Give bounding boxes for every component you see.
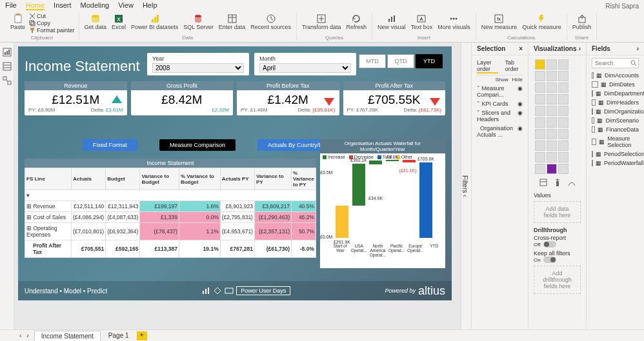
- more-visuals-button[interactable]: More visuals: [436, 13, 472, 31]
- close-icon[interactable]: ×: [519, 45, 523, 52]
- month-slicer[interactable]: Month April: [254, 53, 356, 75]
- viz-type-icon[interactable]: [547, 129, 557, 139]
- measure-comparison-button[interactable]: Measure Comparison: [159, 139, 236, 151]
- data-view-icon[interactable]: [3, 62, 12, 71]
- viz-type-icon[interactable]: [558, 94, 569, 104]
- menu-help[interactable]: Help: [143, 1, 157, 10]
- viz-type-icon[interactable]: [535, 141, 545, 151]
- menu-insert[interactable]: Insert: [54, 1, 72, 10]
- viz-type-icon[interactable]: [547, 164, 557, 174]
- year-slicer[interactable]: Year 2008: [147, 53, 249, 75]
- quick-measure-button[interactable]: Quick measure: [521, 13, 563, 31]
- viz-type-icon[interactable]: [535, 164, 545, 174]
- table-row[interactable]: ⊞ Operating Expenses(£7,010,801)(£6,932,…: [25, 223, 316, 240]
- refresh-button[interactable]: Refresh: [345, 13, 368, 31]
- kpi-revenue[interactable]: Revenue £12.51M PY: £8.90MDelta: £3.61M: [25, 81, 127, 115]
- field-table[interactable]: ▦ FinanceData: [592, 125, 639, 134]
- field-table[interactable]: ▦ PeriodSelection: [592, 150, 639, 159]
- excel-button[interactable]: XExcel: [110, 13, 127, 31]
- enter-data-button[interactable]: Enter data: [217, 13, 247, 31]
- filters-pane-toggle[interactable]: Filters ‹: [461, 43, 471, 329]
- cross-report-toggle[interactable]: [543, 241, 556, 248]
- menu-view[interactable]: View: [118, 1, 134, 10]
- viz-type-icon[interactable]: [547, 106, 557, 116]
- viz-type-icon[interactable]: [535, 59, 545, 70]
- field-table[interactable]: ▦ Measure Selection: [592, 134, 639, 150]
- model-view-icon[interactable]: [3, 76, 12, 85]
- month-select[interactable]: April: [259, 63, 351, 73]
- qtd-button[interactable]: QTD: [387, 54, 414, 68]
- viz-type-icon[interactable]: [547, 94, 557, 104]
- viz-type-icon[interactable]: [558, 59, 569, 70]
- mtd-button[interactable]: MTD: [359, 54, 386, 68]
- get-data-button[interactable]: Get data: [83, 13, 108, 31]
- viz-type-icon[interactable]: [558, 71, 569, 81]
- viz-type-icon[interactable]: [558, 83, 569, 93]
- income-table[interactable]: Income Statement FS LineActualsBudgetVar…: [25, 159, 316, 258]
- menu-modeling[interactable]: Modeling: [81, 1, 110, 10]
- viz-type-icon[interactable]: [558, 106, 569, 116]
- viz-type-icon[interactable]: [535, 117, 545, 128]
- show-button[interactable]: Show: [496, 77, 508, 83]
- viz-type-icon[interactable]: [535, 83, 545, 93]
- viz-type-icon[interactable]: [547, 83, 557, 93]
- viz-type-icon[interactable]: [547, 59, 557, 70]
- fixed-format-button[interactable]: Fixed Format: [83, 139, 137, 151]
- table-row[interactable]: ⊞ Revenue£12,511,140£12,311,943£199,1971…: [25, 201, 316, 212]
- field-table[interactable]: ▦ DimOrganizations: [592, 107, 639, 116]
- selection-item[interactable]: ˅ Measure Compari...◉: [477, 84, 523, 99]
- fields-tab-icon[interactable]: [539, 178, 548, 187]
- eye-icon[interactable]: ◉: [518, 101, 523, 107]
- format-painter-button[interactable]: Format painter: [29, 27, 75, 34]
- viz-type-icon[interactable]: [547, 71, 557, 81]
- selection-item[interactable]: Organisation Actuals ...◉: [477, 124, 523, 139]
- chevron-right-icon[interactable]: ›: [637, 45, 639, 52]
- viz-type-icon[interactable]: [535, 71, 545, 81]
- new-measure-button[interactable]: fxNew measure: [480, 13, 519, 31]
- hide-button[interactable]: Hide: [512, 77, 523, 83]
- report-canvas[interactable]: Income Statement Year 2008 Month April M…: [14, 43, 461, 329]
- table-row[interactable]: ⊞ Cost of Sales(£4,086,294)(£4,087,633)£…: [25, 212, 316, 223]
- selection-item[interactable]: ˅ KPI Cards◉: [477, 99, 523, 108]
- menu-home[interactable]: Home: [26, 1, 45, 10]
- table-row[interactable]: Profit After Tax£705,551£592,165£113,387…: [25, 240, 316, 258]
- chevron-right-icon[interactable]: ›: [579, 45, 581, 52]
- prev-page-icon[interactable]: ‹: [19, 332, 21, 339]
- paste-button[interactable]: Paste: [9, 13, 26, 31]
- publish-button[interactable]: Publish: [571, 13, 593, 31]
- sql-server-button[interactable]: SQL Server: [182, 13, 215, 31]
- copy-button[interactable]: Copy: [29, 20, 75, 26]
- viz-type-icon[interactable]: [535, 129, 545, 139]
- next-page-icon[interactable]: ›: [26, 332, 28, 339]
- values-well[interactable]: Add data fields here: [534, 201, 581, 223]
- tab-income-statement[interactable]: Income Statement: [34, 331, 101, 341]
- viz-type-icon[interactable]: [535, 106, 545, 116]
- viz-type-icon[interactable]: [558, 164, 569, 174]
- text-box-button[interactable]: AText box: [410, 13, 434, 31]
- tab-page-1[interactable]: Page 1: [102, 331, 136, 340]
- kpi-pat[interactable]: Profit After Tax £705.55K PY: £767.28KDe…: [343, 81, 446, 115]
- menu-file[interactable]: File: [5, 1, 17, 10]
- viz-type-icon[interactable]: [558, 141, 569, 151]
- cut-button[interactable]: Cut: [29, 13, 75, 19]
- viz-type-icon[interactable]: [547, 141, 557, 151]
- viz-type-icon[interactable]: [558, 152, 569, 162]
- keep-filters-toggle[interactable]: [543, 257, 556, 263]
- field-table[interactable]: ▦ DimScenario: [592, 116, 639, 125]
- ytd-button[interactable]: YTD: [416, 54, 443, 68]
- tab-order-tab[interactable]: Tab order: [505, 59, 523, 73]
- viz-type-icon[interactable]: [547, 152, 557, 162]
- new-visual-button[interactable]: New visual: [376, 13, 407, 31]
- transform-data-button[interactable]: Transform data: [301, 13, 343, 31]
- year-select[interactable]: 2008: [152, 63, 244, 73]
- kpi-pbt[interactable]: Profit Before Tax £1.42M PY: £1.46MDelta…: [237, 81, 339, 115]
- waterfall-chart[interactable]: Organisation Actuals Waterfall for Month…: [320, 139, 445, 268]
- add-page-button[interactable]: +: [137, 331, 147, 340]
- field-table[interactable]: ▦ DimHeaders: [592, 98, 639, 107]
- viz-type-icon[interactable]: [558, 129, 569, 139]
- analytics-tab-icon[interactable]: [567, 178, 576, 187]
- eye-icon[interactable]: ◉: [518, 125, 523, 138]
- drillthrough-well[interactable]: Add drillthrough fields here: [534, 266, 581, 294]
- pbi-datasets-button[interactable]: Power BI datasets: [130, 13, 179, 31]
- kpi-gross-profit[interactable]: Gross Profit £8.42M £2.32M: [131, 81, 234, 115]
